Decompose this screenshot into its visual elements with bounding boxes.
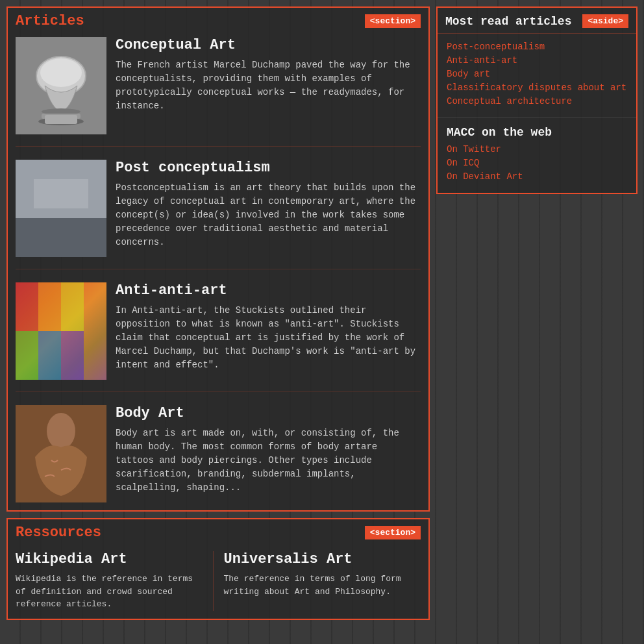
main-column: Articles <section>: [6, 6, 430, 620]
article-text: Body art is art made on, with, or consis…: [116, 427, 421, 495]
svg-point-2: [40, 58, 82, 87]
article-thumb-post: [16, 160, 106, 257]
article-thumb-anti: [16, 282, 106, 380]
svg-rect-11: [16, 331, 38, 380]
aside-link-body-art[interactable]: Body art: [447, 69, 627, 79]
aside-link-conceptual-architecture[interactable]: Conceptual architecture: [447, 96, 627, 106]
page-layout: Articles <section>: [6, 6, 638, 620]
article-item: Conceptual Art The French artist Marcel …: [16, 37, 421, 147]
article-text: Postconceptualism is an art theory that …: [116, 181, 421, 249]
article-thumb-conceptual: [16, 37, 106, 134]
aside-header: Most read articles <aside>: [438, 8, 636, 34]
article-content: Conceptual Art The French artist Marcel …: [116, 37, 421, 134]
aside-macc-title: MACC on the web: [447, 126, 627, 139]
article-item: Post conceptualism Postconceptualism is …: [16, 160, 421, 269]
svg-rect-12: [38, 331, 61, 380]
resource-item: Wikipedia Art Wikipedia is the reference…: [16, 551, 213, 611]
resources-grid: Wikipedia Art Wikipedia is the reference…: [8, 543, 428, 619]
article-title: Post conceptualism: [116, 160, 421, 176]
resource-text: Wikipedia is the reference in terms of d…: [16, 573, 205, 611]
svg-rect-8: [16, 282, 38, 331]
aside-link-post-conceptualism[interactable]: Post-conceptualism: [447, 42, 627, 52]
article-title: Conceptual Art: [116, 37, 421, 53]
articles-section-tag: <section>: [365, 14, 421, 28]
articles-section-header: Articles <section>: [8, 8, 428, 32]
article-title: Body Art: [116, 405, 421, 421]
resources-section: Ressources <section> Wikipedia Art Wikip…: [6, 518, 430, 620]
article-item: Anti-anti-art In Anti-anti-art, the Stuc…: [16, 282, 421, 392]
article-content: Anti-anti-art In Anti-anti-art, the Stuc…: [116, 282, 421, 380]
svg-rect-6: [45, 115, 77, 124]
resources-section-tag: <section>: [365, 526, 421, 539]
aside-most-read-section: Post-conceptualism Anti-anti-art Body ar…: [438, 34, 636, 118]
articles-section: Articles <section>: [6, 6, 430, 512]
resource-title: Wikipedia Art: [16, 551, 205, 567]
aside-tag: <aside>: [582, 14, 628, 28]
article-content: Post conceptualism Postconceptualism is …: [116, 160, 421, 257]
article-title: Anti-anti-art: [116, 282, 421, 299]
article-text: The French artist Marcel Duchamp paved t…: [116, 58, 421, 113]
articles-section-title: Articles: [16, 13, 84, 29]
resource-item: Universalis Art The reference in terms o…: [213, 551, 421, 611]
svg-point-16: [47, 413, 75, 449]
article-list: Conceptual Art The French artist Marcel …: [8, 32, 428, 510]
aside-link-classificatory[interactable]: Classificatory disputes about art: [447, 82, 627, 93]
resource-text: The reference in terms of long form writ…: [224, 573, 414, 598]
article-item: Body Art Body art is art made on, with, …: [16, 405, 421, 502]
svg-rect-10: [61, 282, 84, 331]
aside-link-deviantart[interactable]: On Deviant Art: [447, 171, 627, 182]
aside-title: Most read articles: [445, 15, 571, 28]
aside-box: Most read articles <aside> Post-conceptu…: [436, 6, 638, 194]
article-text: In Anti-anti-art, the Stuckists outlined…: [116, 304, 421, 372]
svg-rect-14: [84, 282, 106, 380]
resource-title: Universalis Art: [224, 551, 414, 567]
resources-section-title: Ressources: [16, 525, 101, 541]
aside-link-twitter[interactable]: On Twitter: [447, 144, 627, 155]
svg-rect-9: [38, 282, 61, 331]
aside-macc-web-section: MACC on the web On Twitter On ICQ On Dev…: [438, 118, 636, 193]
resources-section-header: Ressources <section>: [8, 519, 428, 543]
aside-link-icq[interactable]: On ICQ: [447, 158, 627, 168]
aside-link-anti-anti-art[interactable]: Anti-anti-art: [447, 55, 627, 66]
svg-rect-13: [61, 331, 84, 380]
article-content: Body Art Body art is art made on, with, …: [116, 405, 421, 502]
article-thumb-body: [16, 405, 106, 502]
aside-column: Most read articles <aside> Post-conceptu…: [436, 6, 638, 194]
